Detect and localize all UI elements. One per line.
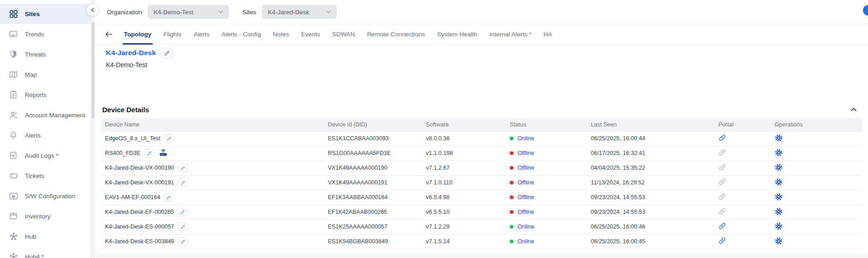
operations-gear-icon[interactable] xyxy=(775,207,783,216)
edit-device-name-button[interactable] xyxy=(178,237,188,246)
operations-gear-icon[interactable] xyxy=(775,178,783,187)
site-name-link[interactable]: K4-Jared-Desk xyxy=(106,49,156,57)
portal-link-icon[interactable] xyxy=(718,193,727,201)
tab-topology[interactable]: Topology xyxy=(124,24,151,44)
device-name-cell: K4-Jared-Desk-VX-000191 xyxy=(100,175,328,190)
sidebar-item-map[interactable]: Map xyxy=(0,64,91,85)
edit-device-name-button[interactable] xyxy=(177,208,187,216)
operations-cell xyxy=(775,146,862,161)
sidebar-item-alerts[interactable]: Alerts xyxy=(0,125,91,145)
sidebar-item-label: Sites xyxy=(25,11,40,17)
portal-cell xyxy=(718,234,775,249)
organization-select[interactable]: K4-Demo-Test xyxy=(148,5,229,19)
inventory-box-icon xyxy=(8,211,18,221)
hub-icon xyxy=(8,231,18,241)
column-header-operations: Operations xyxy=(775,118,862,131)
sidebar-item-label: Alerts xyxy=(25,132,41,139)
edit-site-name-button[interactable] xyxy=(161,48,173,58)
tab-flights[interactable]: Flights xyxy=(163,24,182,44)
shield-icon xyxy=(8,49,18,59)
sidebar-item-audit-logs[interactable]: Audit Logs * xyxy=(0,145,91,166)
sidebar-item-hub4[interactable]: Hub4 * xyxy=(0,247,91,258)
edit-device-name-button[interactable] xyxy=(164,193,174,201)
main-area: Organization K4-Demo-Test Sites K4-Jared… xyxy=(95,0,868,258)
column-header-status: Status xyxy=(510,118,591,131)
portal-link-icon[interactable] xyxy=(718,163,727,172)
table-row: RS400_FD3ERS1G00AAAAAA5FD3Ev1.1.0.198Off… xyxy=(100,146,862,161)
tab-remote-connections[interactable]: Remote Connections xyxy=(367,24,425,44)
scrollbar-thumb[interactable] xyxy=(92,22,94,119)
app: SitesTrendsThreatsMapReportsAccount Mana… xyxy=(0,0,868,258)
software-cell: v7.1.5.14 xyxy=(426,234,510,249)
sidebar-item-label: Hub4 * xyxy=(25,253,44,258)
tab-internal-alerts[interactable]: Internal Alerts * xyxy=(489,24,532,44)
device-name: K4-Jared-Desk-EF-000265 xyxy=(105,209,174,215)
operations-gear-icon[interactable] xyxy=(775,222,783,231)
software-cell: v7.1.2.29 xyxy=(426,219,510,234)
last-seen-cell: 06/25/2025, 16:00:45 xyxy=(591,234,718,249)
tab-alerts-config[interactable]: Alerts - Config xyxy=(221,24,261,44)
portal-link-icon[interactable] xyxy=(718,237,727,245)
sites-select[interactable]: K4-Jared-Desk xyxy=(262,5,337,19)
status-cell: Offline xyxy=(510,175,591,190)
corner-button[interactable] xyxy=(863,5,868,16)
device-name: EAV1-AM-EF-000164 xyxy=(105,194,160,201)
sidebar-item-hub[interactable]: Hub xyxy=(0,226,91,247)
sidebar-scrollbar[interactable] xyxy=(91,0,95,258)
tab-events[interactable]: Events xyxy=(301,24,320,44)
portal-link-icon[interactable] xyxy=(718,178,727,186)
tab-notes[interactable]: Notes xyxy=(273,24,289,44)
operations-gear-icon[interactable] xyxy=(775,163,783,172)
portal-link-icon[interactable] xyxy=(718,207,727,216)
router-icon xyxy=(158,148,169,158)
portal-link-icon[interactable] xyxy=(718,222,727,230)
sidebar-item-account-management[interactable]: Account Management xyxy=(0,105,91,125)
sidebar-item-inventory[interactable]: Inventory xyxy=(0,206,91,226)
edit-device-name-button[interactable] xyxy=(178,178,188,187)
document-icon xyxy=(8,150,18,161)
sidebar-item-sites[interactable]: Sites xyxy=(0,4,91,24)
device-table-body: EdgeOS_8.x_UI_TestES1K1CCABAA003093v8.0.… xyxy=(100,131,862,249)
sidebar: SitesTrendsThreatsMapReportsAccount Mana… xyxy=(0,0,91,258)
device-details-title: Device Details xyxy=(102,106,149,114)
device-name: K4-Jared-Desk-ES-003849 xyxy=(105,238,174,245)
status-text: Offline xyxy=(518,194,534,201)
table-row: EdgeOS_8.x_UI_TestES1K1CCABAA003093v8.0.… xyxy=(100,131,862,146)
sidebar-item-label: Hub xyxy=(25,233,36,240)
sidebar-item-label: Threats xyxy=(25,51,46,58)
sidebar-item-s-w-configuration[interactable]: S/W Configuration xyxy=(0,186,91,206)
table-row: K4-Jared-Desk-ES-003849ES1K54BGBAB003849… xyxy=(100,234,862,249)
collapse-section-icon[interactable] xyxy=(849,105,858,114)
device-id-cell: VX1K49AAAAA000191 xyxy=(328,175,426,190)
tab-ha[interactable]: HA xyxy=(543,24,552,44)
tab-system-health[interactable]: System Health xyxy=(437,24,478,44)
sidebar-item-trends[interactable]: Trends xyxy=(0,24,91,44)
status-text: Offline xyxy=(518,179,534,186)
tab-alerts[interactable]: Alerts xyxy=(194,24,210,44)
operations-gear-icon[interactable] xyxy=(775,237,783,246)
edit-device-name-button[interactable] xyxy=(178,223,188,231)
operations-gear-icon[interactable] xyxy=(775,134,783,143)
edit-device-name-button[interactable] xyxy=(178,164,188,172)
operations-cell xyxy=(775,175,862,190)
edit-device-name-button[interactable] xyxy=(144,149,154,157)
sites-value: K4-Jared-Desk xyxy=(268,9,309,16)
sidebar-item-label: Account Management xyxy=(25,112,85,119)
operations-gear-icon[interactable] xyxy=(775,149,783,157)
software-cell: v8.0.0.36 xyxy=(426,131,510,146)
portal-link-icon[interactable] xyxy=(718,149,727,157)
sidebar-item-reports[interactable]: Reports xyxy=(0,85,91,105)
tab-sdwan[interactable]: SDWAN xyxy=(332,24,355,44)
device-id-cell: ES1K1CCABAA003093 xyxy=(328,131,426,146)
edit-device-name-button[interactable] xyxy=(164,134,174,143)
sidebar-item-tickets[interactable]: Tickets xyxy=(0,166,91,186)
portal-link-icon[interactable] xyxy=(718,134,727,142)
last-seen-cell: 11/13/2024, 16:29:52 xyxy=(591,175,718,190)
sites-label: Sites xyxy=(243,9,256,16)
operations-gear-icon[interactable] xyxy=(775,193,783,201)
organization-value: K4-Demo-Test xyxy=(154,9,193,16)
status-cell: Online xyxy=(510,219,591,234)
sidebar-collapse-button[interactable] xyxy=(87,4,99,16)
sidebar-item-threats[interactable]: Threats xyxy=(0,44,91,64)
back-button[interactable] xyxy=(105,30,114,39)
